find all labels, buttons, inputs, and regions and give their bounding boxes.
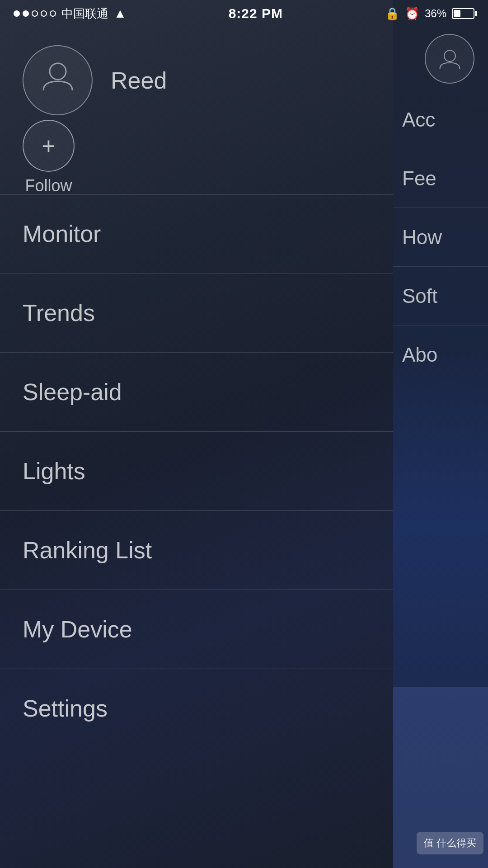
avatar-icon bbox=[40, 58, 76, 103]
right-menu-label-soft: Soft bbox=[402, 285, 437, 307]
right-menu-item-account[interactable]: Acc bbox=[393, 90, 488, 149]
menu-item-my-device[interactable]: My Device bbox=[0, 590, 393, 669]
menu-label-trends: Trends bbox=[23, 299, 95, 326]
wifi-icon: ▲ bbox=[114, 6, 127, 21]
menu-item-sleep-aid[interactable]: Sleep-aid bbox=[0, 353, 393, 432]
status-left: 中国联通 ▲ bbox=[14, 6, 127, 22]
alarm-icon: ⏰ bbox=[405, 7, 419, 21]
right-menu-label-fee: Fee bbox=[402, 167, 436, 190]
menu-item-settings[interactable]: Settings bbox=[0, 669, 393, 748]
right-panel-avatar[interactable] bbox=[425, 34, 474, 84]
menu-item-lights[interactable]: Lights bbox=[0, 432, 393, 511]
right-menu-item-about[interactable]: Abo bbox=[393, 326, 488, 384]
svg-point-0 bbox=[50, 63, 66, 80]
signal-dot-2 bbox=[23, 10, 29, 17]
status-time: 8:22 PM bbox=[229, 6, 283, 21]
follow-section[interactable]: + Follow bbox=[23, 120, 75, 195]
battery-fill bbox=[454, 10, 460, 17]
signal-dots bbox=[14, 10, 56, 17]
signal-dot-3 bbox=[32, 10, 38, 17]
battery-indicator bbox=[452, 8, 474, 19]
main-menu: Monitor Trends Sleep-aid Lights Ranking … bbox=[0, 194, 393, 748]
profile-name: Reed bbox=[111, 67, 167, 94]
status-bar: 中国联通 ▲ 8:22 PM 🔒 ⏰ 36% bbox=[0, 0, 488, 27]
lock-icon: 🔒 bbox=[385, 7, 399, 21]
follow-label: Follow bbox=[25, 176, 72, 195]
right-menu-label-acc: Acc bbox=[402, 108, 435, 131]
menu-label-lights: Lights bbox=[23, 458, 85, 485]
menu-item-ranking-list[interactable]: Ranking List bbox=[0, 511, 393, 590]
watermark: 值 什么得买 bbox=[417, 832, 483, 854]
watermark-text: 值 什么得买 bbox=[424, 837, 476, 849]
menu-item-monitor[interactable]: Monitor bbox=[0, 194, 393, 274]
carrier-label: 中国联通 bbox=[61, 6, 108, 22]
menu-label-settings: Settings bbox=[23, 695, 108, 722]
follow-plus-icon: + bbox=[42, 134, 55, 158]
right-menu-item-how[interactable]: How bbox=[393, 208, 488, 267]
menu-label-monitor: Monitor bbox=[23, 220, 101, 247]
profile-section: Reed bbox=[0, 32, 393, 129]
signal-dot-1 bbox=[14, 10, 20, 17]
avatar[interactable] bbox=[23, 45, 93, 115]
signal-dot-4 bbox=[41, 10, 47, 17]
menu-item-trends[interactable]: Trends bbox=[0, 274, 393, 353]
signal-dot-5 bbox=[50, 10, 56, 17]
right-menu-item-feed[interactable]: Fee bbox=[393, 149, 488, 208]
right-panel-menu: Acc Fee How Soft Abo bbox=[393, 90, 488, 384]
menu-label-my-device: My Device bbox=[23, 616, 132, 643]
menu-label-sleep-aid: Sleep-aid bbox=[23, 378, 122, 406]
status-right: 🔒 ⏰ 36% bbox=[385, 7, 474, 21]
right-menu-label-how: How bbox=[402, 226, 442, 249]
svg-point-1 bbox=[444, 50, 455, 61]
right-menu-label-abo: Abo bbox=[402, 344, 437, 366]
follow-button[interactable]: + bbox=[23, 120, 75, 172]
menu-label-ranking-list: Ranking List bbox=[23, 537, 152, 564]
right-menu-item-soft[interactable]: Soft bbox=[393, 267, 488, 326]
battery-icon bbox=[452, 8, 474, 19]
battery-percent: 36% bbox=[425, 7, 446, 20]
